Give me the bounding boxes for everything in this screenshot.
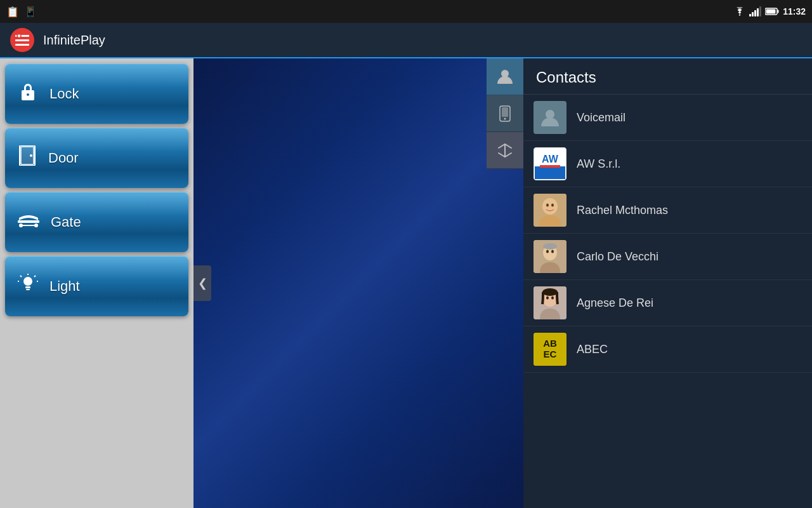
main-content: Lock Door	[0, 58, 812, 508]
side-icons-panel	[487, 58, 523, 169]
collapse-button[interactable]: ❮	[193, 265, 211, 301]
gate-button[interactable]: Gate	[5, 192, 188, 252]
svg-point-44	[546, 297, 549, 300]
contact-name-abec: ABEC	[577, 343, 608, 356]
svg-text:AW: AW	[542, 154, 559, 164]
contact-abec[interactable]: AB EC ABEC	[523, 326, 812, 373]
lock-label: Lock	[49, 86, 79, 102]
contact-name-rachel: Rachel Mcthomas	[577, 204, 668, 217]
door-button[interactable]: Door	[5, 128, 188, 188]
svg-point-26	[504, 117, 506, 119]
svg-point-39	[546, 250, 549, 253]
svg-rect-1	[778, 10, 779, 13]
sidebar: Lock Door	[0, 58, 193, 508]
svg-point-28	[546, 110, 554, 119]
app-title: InfinitePlay	[43, 33, 105, 48]
status-bar: 📋 📱 11:32	[0, 0, 812, 23]
door-label: Door	[48, 150, 79, 166]
collapse-icon: ❮	[198, 276, 207, 290]
svg-point-41	[543, 243, 557, 250]
contact-aw-srl[interactable]: AW AW S.r.l.	[523, 141, 812, 187]
app-bar: InfinitePlay	[0, 23, 812, 58]
lock-icon	[18, 81, 38, 106]
svg-point-45	[551, 297, 554, 300]
contact-agnese[interactable]: Agnese De Rei	[523, 280, 812, 326]
contact-icon-button[interactable]	[487, 58, 523, 95]
svg-rect-5	[15, 44, 29, 46]
time-display: 11:32	[783, 6, 806, 17]
contact-rachel[interactable]: Rachel Mcthomas	[523, 187, 812, 234]
contact-carlo[interactable]: Carlo De Vecchi	[523, 234, 812, 280]
center-area: ❮	[193, 58, 523, 508]
notification-icon-2: 📱	[24, 6, 37, 18]
wifi-icon	[734, 7, 745, 16]
avatar-carlo	[534, 240, 566, 273]
status-left-icons: 📋 📱	[6, 6, 37, 18]
svg-rect-32	[540, 165, 560, 168]
status-right-icons: 11:32	[734, 6, 806, 17]
svg-rect-14	[20, 225, 37, 226]
svg-point-40	[551, 250, 554, 253]
contact-name-aw: AW S.r.l.	[577, 157, 620, 171]
svg-rect-17	[26, 289, 30, 290]
contact-name-voicemail: Voicemail	[577, 111, 625, 124]
svg-rect-4	[15, 39, 29, 41]
svg-rect-11	[18, 220, 39, 223]
contact-voicemail[interactable]: Voicemail	[523, 95, 812, 141]
gate-icon	[18, 211, 39, 232]
signal-icon	[749, 6, 761, 17]
gate-label: Gate	[51, 214, 81, 231]
avatar-aw-srl: AW	[534, 147, 566, 180]
svg-point-35	[546, 204, 549, 207]
svg-point-36	[551, 204, 554, 207]
light-label: Light	[49, 278, 80, 295]
svg-text:AB: AB	[543, 338, 557, 349]
notification-icon-1: 📋	[6, 6, 19, 18]
svg-point-6	[17, 34, 21, 38]
avatar-rachel	[534, 194, 566, 227]
lock-button[interactable]: Lock	[5, 64, 188, 124]
contacts-panel: Contacts Voicemail AW A	[523, 58, 812, 508]
svg-point-34	[542, 198, 558, 215]
light-icon	[18, 274, 38, 298]
phone-icon-button[interactable]	[487, 95, 523, 132]
svg-text:EC: EC	[544, 349, 557, 359]
transfer-icon-button[interactable]	[487, 132, 523, 169]
svg-point-10	[30, 154, 32, 157]
svg-rect-16	[25, 286, 30, 288]
svg-rect-25	[502, 107, 508, 117]
svg-rect-30	[535, 166, 565, 179]
light-button[interactable]: Light	[5, 256, 188, 316]
avatar-abec: AB EC	[534, 333, 566, 366]
door-icon	[18, 145, 37, 170]
svg-rect-2	[766, 10, 776, 14]
svg-point-15	[23, 277, 32, 286]
avatar-voicemail	[534, 101, 566, 134]
svg-point-46	[542, 288, 558, 296]
svg-line-19	[34, 276, 36, 277]
contact-name-carlo: Carlo De Vecchi	[577, 250, 658, 264]
battery-icon	[765, 8, 779, 15]
contact-name-agnese: Agnese De Rei	[577, 297, 653, 310]
contacts-header: Contacts	[523, 58, 812, 95]
app-icon	[10, 28, 34, 52]
svg-line-21	[20, 276, 22, 277]
avatar-agnese	[534, 286, 566, 319]
